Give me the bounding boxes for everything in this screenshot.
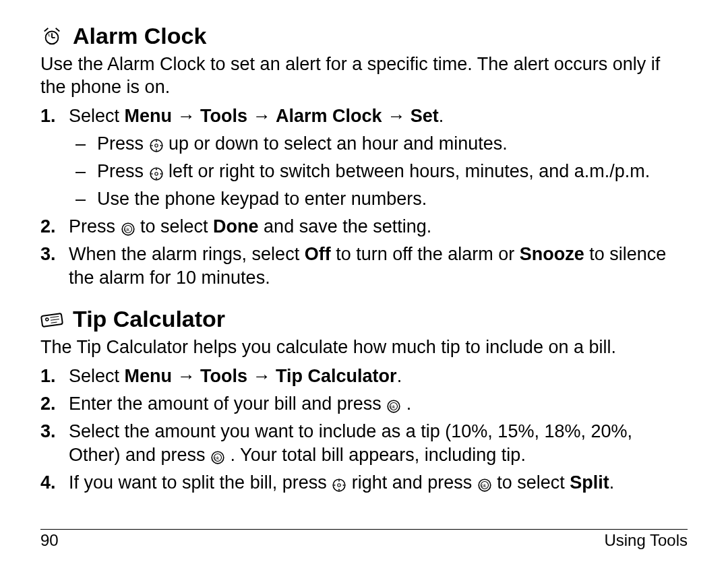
svg-point-15 <box>160 173 161 174</box>
nav-key-icon <box>149 135 164 150</box>
svg-line-22 <box>51 319 59 320</box>
alarm-sub-3: Use the phone keypad to enter numbers. <box>69 187 688 211</box>
tip-step-3: Select the amount you want to include as… <box>40 420 688 467</box>
svg-point-11 <box>154 172 157 175</box>
page-number: 90 <box>40 531 59 550</box>
svg-point-14 <box>151 173 152 174</box>
svg-point-33 <box>338 489 340 491</box>
svg-point-8 <box>151 145 152 146</box>
nav-key-icon <box>149 164 164 179</box>
svg-point-7 <box>155 150 156 151</box>
page-footer: 90 Using Tools <box>40 531 688 550</box>
svg-text:L: L <box>49 33 51 37</box>
svg-point-9 <box>160 145 161 146</box>
svg-line-21 <box>50 316 59 317</box>
svg-point-13 <box>155 177 156 179</box>
svg-point-34 <box>334 485 335 486</box>
svg-line-23 <box>51 322 57 323</box>
alarm-clock-title: Alarm Clock <box>73 23 206 49</box>
svg-point-6 <box>155 141 156 142</box>
tip-step-4: If you want to split the bill, press rig… <box>40 471 688 495</box>
alarm-step-1-sub: Press up or down to select an hour and m… <box>69 132 688 211</box>
tip-calculator-steps: Select Menu → Tools → Tip Calculator. En… <box>40 365 688 495</box>
alarm-clock-intro: Use the Alarm Clock to set an alert for … <box>40 53 688 99</box>
svg-point-5 <box>154 144 157 147</box>
tip-calculator-icon <box>40 308 63 331</box>
svg-text:ok: ok <box>125 227 130 232</box>
tip-step-1: Select Menu → Tools → Tip Calculator. <box>40 365 688 388</box>
svg-point-12 <box>155 168 156 170</box>
ok-key-icon: ok <box>210 447 225 462</box>
nav-key-icon <box>332 475 346 490</box>
alarm-step-2: Press ok to select Done and save the set… <box>40 215 688 239</box>
footer-divider <box>40 529 688 530</box>
alarm-step-1: Select Menu → Tools → Alarm Clock → Set.… <box>40 104 688 211</box>
tip-step-2: Enter the amount of your bill and press … <box>40 392 688 416</box>
tip-calculator-title: Tip Calculator <box>73 306 225 332</box>
svg-point-32 <box>338 480 340 481</box>
alarm-sub-2: Press left or right to switch between ho… <box>69 160 688 183</box>
manual-page: L Alarm Clock Use the Alarm Clock to set… <box>0 0 728 562</box>
alarm-clock-heading: L Alarm Clock <box>40 23 688 49</box>
ok-key-icon: ok <box>121 219 135 234</box>
ok-key-icon: ok <box>386 396 401 411</box>
tip-calculator-intro: The Tip Calculator helps you calculate h… <box>40 336 688 359</box>
svg-text:ok: ok <box>390 404 396 409</box>
svg-point-35 <box>343 485 344 486</box>
footer-section-title: Using Tools <box>604 531 688 550</box>
alarm-clock-steps: Select Menu → Tools → Alarm Clock → Set.… <box>40 104 688 290</box>
svg-point-20 <box>46 317 49 321</box>
svg-text:ok: ok <box>214 456 220 460</box>
svg-point-31 <box>338 484 340 487</box>
ok-key-icon: ok <box>477 475 492 490</box>
alarm-step-3: When the alarm rings, select Off to turn… <box>40 243 688 290</box>
alarm-sub-1: Press up or down to select an hour and m… <box>69 132 688 156</box>
alarm-clock-icon: L <box>40 25 63 48</box>
tip-calculator-heading: Tip Calculator <box>40 306 688 332</box>
svg-text:ok: ok <box>481 483 487 488</box>
